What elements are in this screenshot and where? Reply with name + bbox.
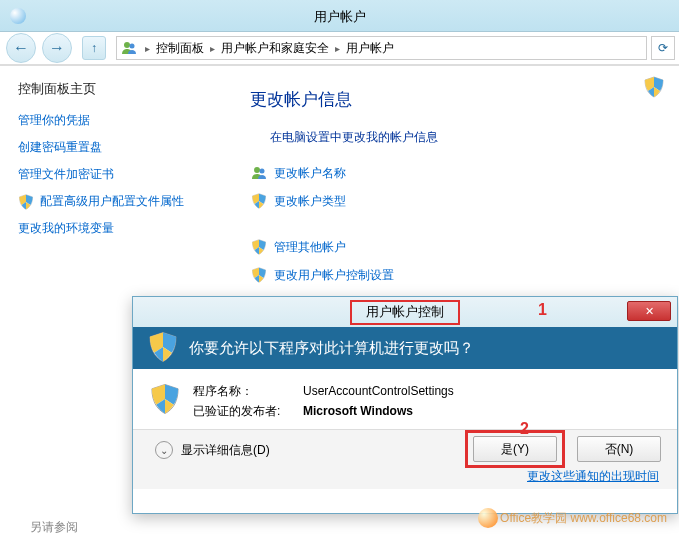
nav-bar: ← → ↑ ▸ 控制面板 ▸ 用户帐户和家庭安全 ▸ 用户帐户 ⟳ [0, 32, 679, 65]
link-label: 管理其他帐户 [274, 239, 346, 256]
link-label: 更改帐户名称 [274, 165, 346, 182]
uac-bottom: ⌄ 显示详细信息(D) 2 是(Y) 否(N) 更改这些通知的出现时间 [133, 429, 677, 489]
address-icon [121, 40, 137, 56]
shield-icon [149, 383, 181, 421]
link-label: 更改用户帐户控制设置 [274, 267, 394, 284]
window-title: 用户帐户 [314, 8, 366, 26]
shield-icon [643, 76, 665, 101]
link-change-type[interactable]: 更改帐户类型 [250, 192, 659, 210]
program-label: 程序名称： [193, 381, 303, 401]
uac-question: 你要允许以下程序对此计算机进行更改吗？ [189, 339, 474, 358]
sidebar-link-label: 管理文件加密证书 [18, 166, 114, 183]
sidebar-title: 控制面板主页 [18, 80, 212, 98]
details-toggle[interactable]: ⌄ 显示详细信息(D) [149, 440, 276, 460]
link-label: 更改帐户类型 [274, 193, 346, 210]
sidebar-link-profile-props[interactable]: 配置高级用户配置文件属性 [18, 193, 212, 210]
shield-icon [250, 238, 268, 256]
uac-title-text: 用户帐户控制 [350, 300, 460, 325]
sidebar-link-encryption-cert[interactable]: 管理文件加密证书 [18, 166, 212, 183]
no-button[interactable]: 否(N) [577, 436, 661, 462]
chevron-icon: ▸ [331, 43, 344, 54]
watermark-logo-icon [478, 508, 498, 528]
window-titlebar: 用户帐户 [0, 0, 679, 32]
shield-icon [250, 266, 268, 284]
sidebar-link-password-reset[interactable]: 创建密码重置盘 [18, 139, 212, 156]
chevron-down-icon: ⌄ [155, 441, 173, 459]
link-change-uac[interactable]: 更改用户帐户控制设置 [250, 266, 659, 284]
people-icon [250, 164, 268, 182]
annotation-1: 1 [538, 301, 547, 319]
main-heading: 更改帐户信息 [250, 88, 659, 111]
sidebar-link-credentials[interactable]: 管理你的凭据 [18, 112, 212, 129]
watermark-text: Office教学园 www.office68.com [500, 510, 667, 527]
watermark: Office教学园 www.office68.com [478, 508, 667, 528]
link-manage-other[interactable]: 管理其他帐户 [250, 238, 659, 256]
crumb-leaf[interactable]: 用户帐户 [344, 40, 396, 57]
button-label: 是(Y) [501, 442, 529, 456]
uac-titlebar: 用户帐户控制 1 ✕ [133, 297, 677, 327]
related-heading: 另请参阅 [30, 519, 78, 534]
program-value: UserAccountControlSettings [303, 384, 454, 398]
chevron-icon: ▸ [141, 43, 154, 54]
uac-info: 程序名称：UserAccountControlSettings 已验证的发布者:… [133, 369, 677, 429]
publisher-value: Microsoft Windows [303, 404, 413, 418]
sidebar-link-label: 更改我的环境变量 [18, 220, 114, 237]
refresh-button[interactable]: ⟳ [651, 36, 675, 60]
address-bar[interactable]: ▸ 控制面板 ▸ 用户帐户和家庭安全 ▸ 用户帐户 [116, 36, 647, 60]
sidebar-link-label: 配置高级用户配置文件属性 [40, 193, 184, 210]
button-label: 否(N) [605, 442, 634, 456]
yes-button[interactable]: 是(Y) [473, 436, 557, 462]
close-button[interactable]: ✕ [627, 301, 671, 321]
main-desc-link[interactable]: 在电脑设置中更改我的帐户信息 [270, 129, 659, 146]
uac-dialog: 用户帐户控制 1 ✕ 你要允许以下程序对此计算机进行更改吗？ 程序名称：User… [132, 296, 678, 514]
nav-forward-button[interactable]: → [42, 33, 72, 63]
shield-icon [147, 331, 179, 366]
sidebar-link-label: 管理你的凭据 [18, 112, 90, 129]
chevron-icon: ▸ [206, 43, 219, 54]
publisher-label: 已验证的发布者: [193, 401, 303, 421]
change-notification-link[interactable]: 更改这些通知的出现时间 [527, 468, 659, 485]
sidebar-link-label: 创建密码重置盘 [18, 139, 102, 156]
shield-icon [250, 192, 268, 210]
nav-back-button[interactable]: ← [6, 33, 36, 63]
details-label: 显示详细信息(D) [181, 442, 270, 459]
nav-up-button[interactable]: ↑ [82, 36, 106, 60]
link-change-name[interactable]: 更改帐户名称 [250, 164, 659, 182]
window-icon [10, 8, 26, 24]
crumb-root[interactable]: 控制面板 [154, 40, 206, 57]
sidebar-link-env-vars[interactable]: 更改我的环境变量 [18, 220, 212, 237]
uac-question-bar: 你要允许以下程序对此计算机进行更改吗？ [133, 327, 677, 369]
close-icon: ✕ [645, 305, 654, 318]
crumb-mid[interactable]: 用户帐户和家庭安全 [219, 40, 331, 57]
shield-icon [18, 194, 34, 210]
